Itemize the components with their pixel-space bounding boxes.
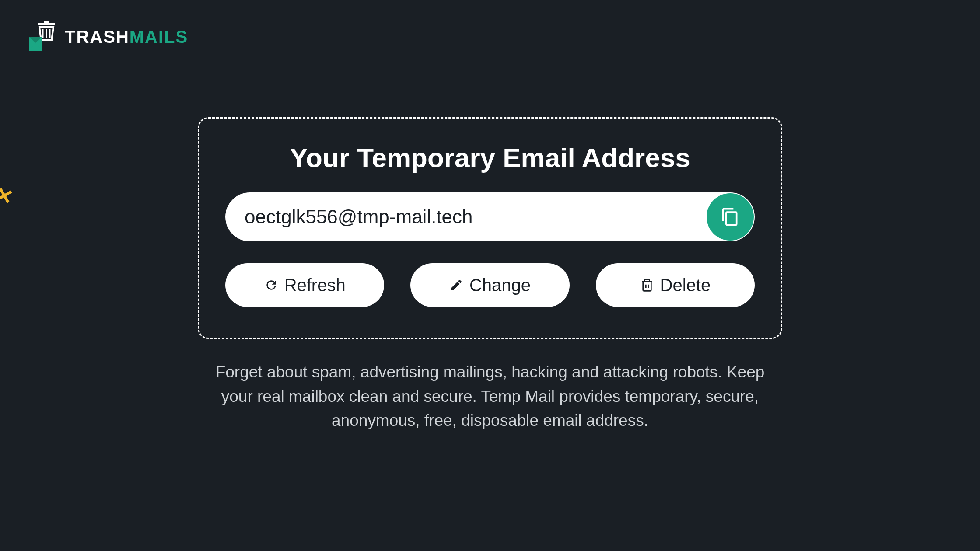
refresh-icon: [264, 278, 278, 292]
refresh-button[interactable]: Refresh: [225, 263, 384, 307]
logo-text-trash: TRASH: [65, 27, 130, 46]
pencil-icon: [449, 278, 463, 292]
description-text: Forget about spam, advertising mailings,…: [210, 360, 770, 433]
refresh-label: Refresh: [284, 276, 346, 295]
card-title: Your Temporary Email Address: [290, 142, 690, 173]
logo-text-mails: MAILS: [130, 27, 188, 46]
email-card: Your Temporary Email Address Refresh: [198, 117, 782, 339]
change-label: Change: [469, 276, 531, 295]
logo-icon: [26, 21, 58, 52]
trash-icon: [640, 278, 654, 292]
change-button[interactable]: Change: [410, 263, 569, 307]
copy-icon: [721, 207, 740, 227]
button-row: Refresh Change Delete: [225, 263, 755, 307]
copy-button[interactable]: [707, 193, 754, 241]
email-input-wrapper: [225, 192, 755, 241]
header: TRASHMAILS: [0, 0, 980, 73]
logo-text: TRASHMAILS: [65, 27, 188, 47]
email-address-input[interactable]: [225, 192, 755, 241]
svg-rect-0: [38, 23, 55, 25]
delete-label: Delete: [660, 276, 711, 295]
delete-button[interactable]: Delete: [596, 263, 755, 307]
svg-rect-1: [44, 21, 49, 23]
logo[interactable]: TRASHMAILS: [26, 21, 188, 52]
main-content: Your Temporary Email Address Refresh: [0, 117, 980, 433]
